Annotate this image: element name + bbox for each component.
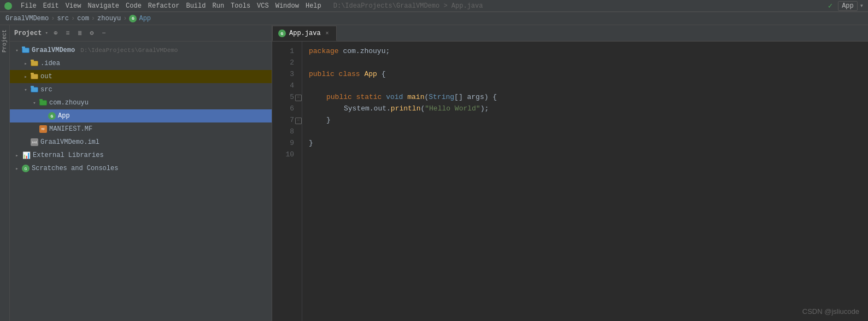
brace-close-7: } [326, 115, 331, 126]
code-line-9: } [309, 138, 861, 149]
tab-label-app-java: App.java [289, 30, 321, 37]
tree-label-app: App [58, 112, 70, 120]
tree-item-app[interactable]: G App [10, 109, 272, 122]
menu-help[interactable]: Help [306, 2, 321, 10]
menu-navigate[interactable]: Navigate [87, 2, 119, 10]
tree-label-com-zhouyu: com.zhouyu [49, 99, 89, 107]
app-logo-icon [4, 2, 12, 10]
breadcrumb-sep-1: › [51, 15, 55, 22]
breadcrumb-graal-icon: G [129, 15, 137, 22]
tree-item-idea[interactable]: .idea [10, 57, 272, 70]
titlebar: File Edit View Navigate Code Refactor Bu… [0, 0, 868, 12]
paren-open-6: ( [420, 103, 425, 115]
tree-path-graalvmdemo: D:\IdeaProjects\GraalVMDemo [80, 47, 178, 54]
tree-label-idea: .idea [40, 60, 60, 67]
line-num-5: 5 − [272, 92, 297, 103]
breadcrumb-item-project[interactable]: GraalVMDemo [5, 15, 49, 22]
tree-item-external-libs[interactable]: 📊 External Libraries [10, 149, 272, 162]
line-num-10: 10 [272, 149, 297, 161]
line-num-2: 2 [272, 57, 297, 69]
brace-close-9: } [309, 138, 313, 149]
menu-run[interactable]: Run [212, 2, 224, 10]
line-num-3: 3 [272, 69, 297, 80]
editor-tab-app-java[interactable]: G App.java × [272, 26, 337, 41]
vcs-icon[interactable]: ✓ [828, 1, 832, 10]
tree-label-scratches: Scratches and Consoles [32, 165, 118, 172]
tab-graal-icon: G [278, 30, 286, 37]
code-line-10 [309, 149, 861, 161]
menu-breadcrumb-path: D:\IdeaProjects\GraalVMDemo > App.java [333, 2, 483, 10]
menu-file[interactable]: File [21, 2, 37, 10]
breadcrumb: GraalVMDemo › src › com › zhouyu › G App [0, 12, 868, 25]
code-line-8 [309, 126, 861, 138]
tree-label-external-libs: External Libraries [33, 151, 104, 159]
tree-item-com-zhouyu[interactable]: com.zhouyu [10, 96, 272, 109]
line-num-1: 1 [272, 46, 297, 57]
str-hello-world: "Hello World" [425, 103, 480, 115]
menu-code[interactable]: Code [126, 2, 142, 10]
line-num-9: 9 [272, 138, 297, 149]
kw-public-3: public [309, 69, 339, 80]
run-config-label[interactable]: App ▾ [838, 1, 864, 11]
breadcrumb-item-com[interactable]: com [77, 15, 89, 22]
menu-edit[interactable]: Edit [43, 2, 59, 10]
menu-window[interactable]: Window [275, 2, 299, 10]
brace-open-3: { [382, 69, 386, 80]
tree-label-iml: GraalVMDemo.iml [40, 138, 99, 146]
tree-arrow-idea[interactable] [23, 61, 28, 66]
tree-arrow-src[interactable] [23, 87, 28, 92]
breadcrumb-sep-3: › [91, 15, 95, 22]
project-tool-tab[interactable]: Project [1, 27, 9, 55]
tree-arrow-com-zhouyu[interactable] [32, 100, 37, 106]
sidebar-title-dropdown-icon[interactable]: ▾ [45, 30, 48, 36]
code-content-area[interactable]: package com.zhouyu; public class App { p… [302, 42, 868, 321]
tab-close-button[interactable]: × [324, 30, 331, 37]
options-icon[interactable]: ≣ [75, 29, 84, 38]
breadcrumb-item-app[interactable]: App [139, 15, 151, 22]
idea-folder-icon [31, 61, 38, 66]
collapse-all-icon[interactable]: ≡ [63, 29, 72, 38]
settings-gear-icon[interactable]: ⚙ [87, 29, 96, 38]
editor-area: G App.java × 1 2 3 4 5 − 6 7 − [272, 25, 868, 321]
tree-arrow-external-libs[interactable] [14, 153, 20, 158]
tree-item-out[interactable]: out [10, 70, 272, 83]
menu-refactor[interactable]: Refactor [148, 2, 180, 10]
run-config-dropdown-icon[interactable]: ▾ [860, 2, 864, 10]
tree-item-src[interactable]: src [10, 83, 272, 96]
minimize-icon[interactable]: − [99, 29, 108, 38]
breadcrumb-sep-2: › [71, 15, 75, 22]
menu-vcs[interactable]: VCS [257, 2, 269, 10]
breadcrumb-item-zhouyu[interactable]: zhouyu [97, 15, 121, 22]
menu-view[interactable]: View [66, 2, 81, 10]
paren-open-5: ( [424, 92, 429, 103]
com-zhouyu-folder-icon [39, 100, 47, 106]
main-layout: Project Project ▾ ⊕ ≡ ≣ ⚙ − GraalVMDemo … [0, 25, 868, 321]
locate-file-icon[interactable]: ⊕ [51, 29, 60, 38]
tree-arrow-graalvmdemo[interactable] [14, 48, 20, 53]
tree-item-manifest[interactable]: MF MANIFEST.MF [10, 122, 272, 136]
scratches-icon: G [22, 165, 30, 172]
fold-icon-7[interactable]: − [295, 118, 302, 124]
fn-println: println [391, 103, 421, 115]
tree-label-manifest: MANIFEST.MF [49, 125, 92, 133]
project-sidebar: Project ▾ ⊕ ≡ ≣ ⚙ − GraalVMDemo D:\IdeaP… [10, 25, 272, 321]
menu-bar: File Edit View Navigate Code Refactor Bu… [21, 2, 483, 10]
manifest-icon: MF [39, 125, 47, 133]
menu-tools[interactable]: Tools [231, 2, 250, 10]
fold-icon-5[interactable]: − [295, 95, 302, 101]
tree-arrow-out[interactable] [23, 74, 28, 79]
tree-arrow-scratches[interactable] [14, 166, 20, 171]
tree-item-iml[interactable]: iml GraalVMDemo.iml [10, 136, 272, 149]
tree-item-graalvmdemo[interactable]: GraalVMDemo D:\IdeaProjects\GraalVMDemo [10, 44, 272, 57]
tree-item-scratches[interactable]: G Scratches and Consoles [10, 162, 272, 175]
breadcrumb-item-src[interactable]: src [57, 15, 69, 22]
code-line-2 [309, 57, 861, 69]
line-num-4: 4 [272, 80, 297, 92]
breadcrumb-sep-4: › [123, 15, 127, 22]
bracket-args: [] args) { [454, 92, 497, 103]
tree-label-src: src [40, 86, 52, 94]
menu-build[interactable]: Build [186, 2, 206, 10]
code-line-1: package com.zhouyu; [309, 46, 861, 57]
titlebar-right-actions: ✓ App ▾ [828, 1, 864, 11]
iml-icon: iml [31, 138, 38, 146]
